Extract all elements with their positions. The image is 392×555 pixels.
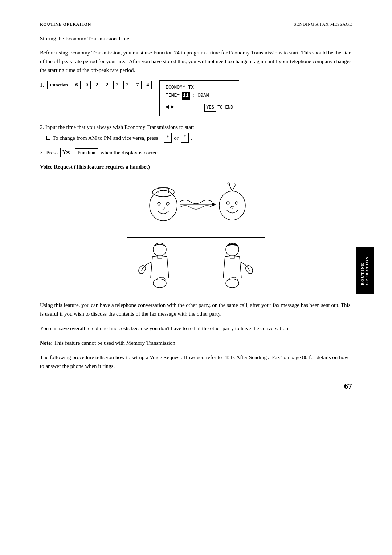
key-4: 4	[144, 81, 152, 89]
person-right-svg	[205, 242, 256, 289]
key-0: 0	[83, 81, 91, 89]
svg-point-13	[226, 202, 229, 204]
intro-paragraph: Before using Economy Transmission, you m…	[40, 48, 352, 74]
svg-point-21	[226, 279, 239, 288]
right-arrow-icon: ►	[171, 102, 174, 112]
step3-suffix: when the display is correct.	[101, 148, 160, 157]
illus-person-right	[196, 238, 265, 293]
svg-point-1	[152, 188, 174, 197]
lcd-time-prefix: TIME=	[166, 92, 180, 100]
svg-marker-7	[212, 203, 216, 206]
illus-top-svg	[138, 182, 254, 229]
step2: 2. Input the time that you always wish E…	[40, 123, 352, 142]
step1: 1. Function 6 0 2 2 2 2 7 4 ECONOMY TX T…	[40, 80, 352, 116]
yes-box: YES	[204, 104, 216, 112]
checkbox-icon	[46, 136, 50, 140]
sidebar-tab-text: ROUTINEOPERATION	[360, 256, 369, 285]
key-6: 6	[73, 81, 81, 89]
lcd-display: ECONOMY TX TIME= 11 : 00AM ◄ ► YES TO EN…	[159, 80, 239, 116]
header-left: Routine Operation	[40, 22, 91, 27]
svg-point-15	[230, 206, 234, 208]
svg-point-0	[150, 190, 177, 221]
illus-top-panel	[127, 174, 265, 238]
step2-sub: To change from AM to PM and vice versa, …	[46, 133, 352, 142]
sidebar-tab: ROUTINEOPERATION	[356, 247, 374, 294]
lcd-to-end: TO END	[217, 104, 233, 111]
illus-bottom-panel	[127, 238, 265, 293]
illustration	[127, 174, 265, 293]
step1-keys: 1. Function 6 0 2 2 2 2 7 4	[40, 80, 152, 89]
lcd-time-suffix: : 00AM	[192, 92, 209, 100]
key-2a: 2	[93, 81, 101, 89]
function-key: Function	[47, 81, 70, 89]
lcd-line2: TIME= 11 : 00AM	[166, 92, 233, 100]
key-2c: 2	[113, 81, 121, 89]
body-text-2: You can save overall telephone line cost…	[40, 324, 352, 333]
key-2d: 2	[123, 81, 131, 89]
note-text: This feature cannot be used with Memory …	[54, 340, 176, 346]
svg-point-14	[235, 202, 238, 204]
page-number: 67	[344, 381, 352, 391]
step3: 3. Press Yes Function when the display i…	[40, 148, 352, 157]
star-key: *	[164, 133, 172, 142]
or-text: or	[174, 134, 179, 142]
step1-number: 1.	[40, 82, 44, 88]
lcd-arrows: ◄ ►	[166, 102, 174, 112]
svg-point-5	[162, 207, 165, 209]
key-7: 7	[134, 81, 142, 89]
step2-main: 2. Input the time that you always wish E…	[40, 123, 352, 131]
yes-key: Yes	[60, 148, 72, 157]
svg-point-4	[166, 202, 169, 205]
lcd-line1: ECONOMY TX	[166, 84, 233, 92]
period: .	[191, 134, 192, 142]
svg-point-3	[158, 202, 160, 205]
step3-number: 3.	[40, 148, 44, 157]
illus-person-left	[127, 238, 196, 293]
hash-key: #	[181, 133, 189, 142]
note-block: Note: This feature cannot be used with M…	[40, 339, 352, 347]
body-text-1: Using this feature, you can have a telep…	[40, 301, 352, 318]
note-label: Note:	[40, 340, 53, 346]
lcd-time-value: 11	[182, 92, 190, 100]
step2-sub-text: To change from AM to PM and vice versa, …	[53, 134, 158, 142]
svg-point-18	[153, 279, 166, 288]
key-2b: 2	[103, 81, 111, 89]
person-left-svg	[136, 242, 187, 289]
svg-point-8	[219, 191, 245, 220]
lcd-yes-end: YES TO END	[204, 104, 233, 112]
header-right: Sending a Fax Message	[294, 22, 352, 27]
step2-number: 2.	[40, 124, 44, 130]
step2-text: Input the time that you always wish Econ…	[45, 124, 196, 130]
function-key-step3: Function	[75, 148, 98, 157]
svg-point-16	[153, 243, 166, 256]
body-text-3: The following procedure tells you how to…	[40, 353, 352, 370]
left-arrow-icon: ◄	[166, 102, 169, 112]
page-header: Routine Operation Sending a Fax Message	[40, 22, 352, 29]
voice-request-heading: Voice Request (This feature requires a h…	[40, 164, 352, 170]
section-title: Storing the Economy Transmission Time	[40, 36, 352, 42]
step3-prefix: Press	[46, 148, 58, 157]
